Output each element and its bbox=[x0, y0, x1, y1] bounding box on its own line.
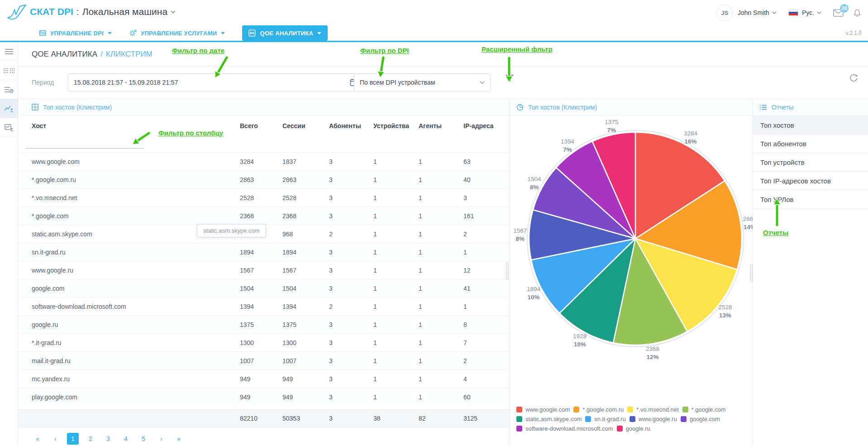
value-cell: 3 bbox=[463, 194, 507, 201]
legend-item[interactable]: google.ru bbox=[617, 425, 650, 432]
dpi-device-select[interactable]: По всем DPI устройствам bbox=[354, 73, 491, 91]
page-button[interactable]: 5 bbox=[138, 433, 149, 445]
table-row[interactable]: *.google.com.ru2863286331140 bbox=[18, 170, 510, 188]
host-filter-input[interactable] bbox=[25, 139, 144, 149]
host-cell: *.vo.msecnd.net bbox=[32, 194, 240, 201]
refresh-button[interactable] bbox=[849, 74, 858, 83]
sidebar-apps-button[interactable] bbox=[0, 61, 18, 80]
legend-item[interactable]: google.com bbox=[681, 416, 720, 422]
value-cell: 1 bbox=[419, 212, 463, 220]
column-header-ip[interactable]: IP-адреса bbox=[463, 122, 507, 129]
report-item[interactable]: Топ УРЛов bbox=[753, 190, 868, 209]
table-row[interactable]: *.it-grad.ru130013003117 bbox=[18, 333, 510, 351]
pie-label-percent: 14% bbox=[744, 224, 753, 230]
legend-item[interactable]: software-download.microsoft.com bbox=[516, 425, 613, 432]
column-header-devices[interactable]: Устройства bbox=[373, 122, 419, 129]
machine-selector[interactable]: Локальная машина bbox=[82, 6, 167, 17]
app: СКАТ DPI : Локальная машина JS John Smit… bbox=[0, 0, 868, 446]
page-button[interactable]: 2 bbox=[85, 433, 96, 445]
pagination-next[interactable]: › bbox=[155, 433, 167, 445]
value-cell: 7 bbox=[463, 339, 507, 346]
column-header-host[interactable]: Хост bbox=[32, 122, 240, 129]
totals-cell: 82 bbox=[419, 415, 463, 422]
bell-icon bbox=[853, 9, 862, 17]
chevron-down-icon[interactable] bbox=[171, 10, 176, 14]
value-cell: 3 bbox=[329, 339, 373, 346]
sidebar-qoe-analytics-button[interactable] bbox=[0, 99, 18, 118]
table-row[interactable]: google.com1504150431141 bbox=[18, 279, 510, 297]
value-cell: 1 bbox=[419, 285, 463, 292]
avatar[interactable]: JS bbox=[716, 5, 733, 21]
table-row[interactable]: sn.it-grad.ru189418943111 bbox=[18, 243, 510, 261]
table-row[interactable]: google.ru137513753118 bbox=[18, 315, 510, 333]
resize-handle[interactable] bbox=[749, 264, 753, 282]
report-item[interactable]: Топ хостов bbox=[753, 116, 868, 134]
chevron-down-icon[interactable] bbox=[817, 11, 821, 14]
period-input[interactable] bbox=[68, 74, 344, 91]
legend-item[interactable]: *.vo.msecnd.net bbox=[627, 406, 678, 413]
page-button[interactable]: 4 bbox=[120, 433, 132, 445]
legend-item[interactable]: *.google.com.ru bbox=[573, 406, 624, 413]
legend-label: www.google.ru bbox=[639, 416, 677, 422]
host-cell: mc.yandex.ru bbox=[32, 375, 240, 383]
legend-item[interactable]: www.google.com bbox=[516, 406, 570, 413]
table-row[interactable]: software-download.microsoft.com139413942… bbox=[18, 297, 510, 315]
report-item[interactable]: Топ абонентов bbox=[753, 134, 868, 153]
value-cell: 1 bbox=[373, 158, 419, 165]
table-row[interactable]: mail.it-grad.ru100710073112 bbox=[18, 351, 510, 369]
legend-swatch bbox=[516, 407, 522, 412]
sidebar-report-schedule-button[interactable] bbox=[0, 80, 18, 99]
chevron-down-icon[interactable] bbox=[772, 11, 777, 14]
table-totals-row: 8221050353338823125 bbox=[18, 409, 510, 427]
column-header-total[interactable]: Всего bbox=[240, 122, 282, 129]
column-header-subscribers[interactable]: Абоненты bbox=[329, 122, 373, 129]
table-panel-header: Топ хостов (Кликстрим) bbox=[18, 99, 510, 116]
legend-item[interactable]: *.google.com bbox=[682, 406, 726, 413]
legend-swatch bbox=[682, 407, 688, 412]
user-menu[interactable]: John Smith bbox=[738, 9, 769, 16]
table-row[interactable]: www.google.com3284183731163 bbox=[18, 152, 510, 170]
sidebar-menu-button[interactable] bbox=[0, 42, 18, 61]
pagination-first[interactable]: « bbox=[32, 433, 43, 445]
notifications-button[interactable] bbox=[853, 9, 862, 17]
value-cell: 1567 bbox=[240, 267, 282, 274]
language-selector[interactable]: Рус. bbox=[802, 9, 814, 16]
value-cell: 1 bbox=[419, 267, 463, 274]
resize-handle[interactable] bbox=[505, 262, 509, 280]
breadcrumb-current[interactable]: КЛИКСТРИМ bbox=[106, 50, 153, 59]
column-filter-row bbox=[18, 136, 510, 152]
column-header-sessions[interactable]: Сессии bbox=[282, 122, 329, 129]
value-cell: 1 bbox=[419, 339, 463, 346]
advanced-filter-button[interactable] bbox=[505, 74, 514, 83]
report-item[interactable]: Топ устройств bbox=[753, 153, 868, 172]
table-row[interactable]: play.google.com94994931160 bbox=[18, 388, 510, 406]
column-header-agents[interactable]: Агенты bbox=[419, 122, 463, 129]
nav-qoe-analytics[interactable]: QOE АНАЛИТИКА bbox=[242, 25, 328, 41]
pie-label-percent: 8% bbox=[530, 184, 539, 191]
nav-service-management[interactable]: УПРАВЛЕНИЕ УСЛУГАМИ bbox=[129, 29, 225, 37]
pagination-last[interactable]: » bbox=[173, 433, 185, 445]
legend-item[interactable]: static.asm.skype.com bbox=[516, 416, 582, 422]
pagination-prev[interactable]: ‹ bbox=[49, 433, 61, 445]
page-button[interactable]: 3 bbox=[102, 433, 114, 445]
value-cell: 2 bbox=[329, 230, 373, 238]
table-row[interactable]: www.google.ru1567156731112 bbox=[18, 261, 510, 279]
value-cell: 1 bbox=[419, 357, 463, 364]
messages-button[interactable]: 20 bbox=[833, 9, 844, 17]
value-cell: 1 bbox=[373, 339, 419, 346]
table-row[interactable]: *.vo.msecnd.net252825283113 bbox=[18, 188, 510, 206]
legend-item[interactable]: www.google.ru bbox=[630, 416, 677, 422]
pie-label-value: 1567 bbox=[513, 227, 527, 234]
report-item[interactable]: Топ IP-адресов хостов bbox=[753, 172, 868, 190]
legend-label: *.vo.msecnd.net bbox=[636, 406, 678, 413]
page-button[interactable]: 1 bbox=[67, 433, 79, 445]
legend-swatch bbox=[573, 407, 579, 412]
sidebar-subscriber-report-button[interactable] bbox=[0, 118, 18, 137]
table-row[interactable]: *.google.com23682368311161 bbox=[18, 206, 510, 225]
value-cell: 1 bbox=[419, 194, 463, 201]
legend-item[interactable]: sn.it-grad.ru bbox=[585, 416, 625, 422]
value-cell: 1 bbox=[463, 249, 507, 256]
nav-dpi-management[interactable]: УПРАВЛЕНИЕ DPI bbox=[39, 29, 112, 37]
value-cell: 968 bbox=[282, 230, 329, 238]
table-row[interactable]: mc.yandex.ru9499493114 bbox=[18, 369, 510, 388]
